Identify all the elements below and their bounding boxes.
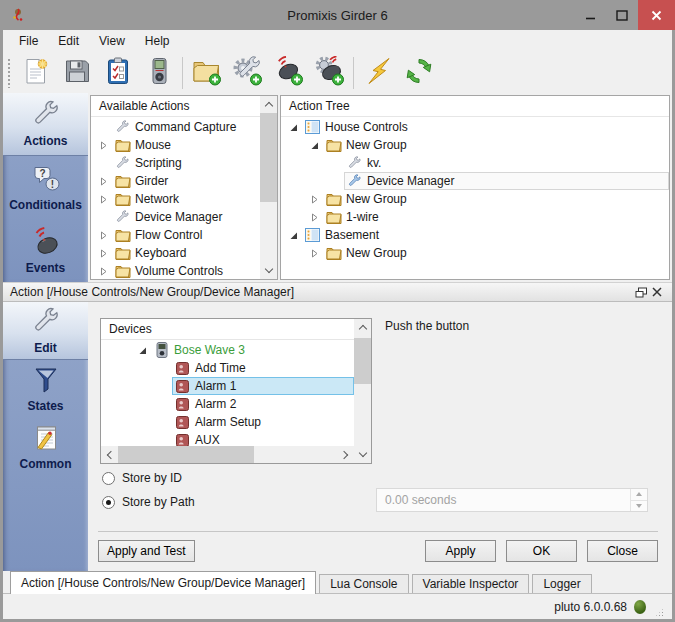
radio-circle-icon[interactable] [102, 496, 115, 509]
scroll-thumb[interactable] [260, 113, 277, 202]
scroll-up-icon[interactable] [260, 96, 277, 113]
resize-grip[interactable] [655, 608, 664, 617]
menu-help[interactable]: Help [135, 32, 180, 50]
tree-item-mouse[interactable]: Mouse [91, 136, 260, 154]
store-by-path-radio[interactable]: Store by Path [102, 495, 195, 509]
tree-item-new-group[interactable]: New Group [281, 190, 669, 208]
paste-actions-button[interactable] [97, 54, 138, 91]
tree-item-add-time[interactable]: Add Time [101, 359, 354, 377]
save-file-button[interactable] [56, 54, 97, 91]
expander-closed-icon[interactable] [306, 249, 323, 258]
tree-item-1-wire[interactable]: 1-wire [281, 208, 669, 226]
add-action-button[interactable] [227, 54, 268, 91]
nav-item-states[interactable]: States [3, 360, 88, 418]
scroll-left-icon[interactable] [101, 446, 118, 463]
scroll-thumb[interactable] [354, 338, 371, 384]
remote-device-button[interactable] [138, 54, 179, 91]
menu-file[interactable]: File [9, 32, 48, 50]
tree-item-alarm-2[interactable]: Alarm 2 [101, 395, 354, 413]
expander-open-icon[interactable] [285, 123, 302, 132]
menu-edit[interactable]: Edit [48, 32, 89, 50]
menu-view[interactable]: View [89, 32, 135, 50]
folder-icon [324, 210, 343, 224]
scroll-down-icon[interactable] [260, 262, 277, 279]
nav-item-common[interactable]: Common [3, 418, 88, 476]
tab-logger[interactable]: Logger [532, 574, 591, 593]
devices-vscrollbar[interactable] [354, 319, 371, 463]
maximize-button[interactable] [606, 0, 638, 30]
tree-item-keyboard[interactable]: Keyboard [91, 244, 260, 262]
spin-down-button[interactable] [631, 500, 647, 512]
add-event-button[interactable] [268, 54, 309, 91]
nav-item-events[interactable]: Events [3, 219, 88, 282]
tree-item-volume-controls[interactable]: Volume Controls [91, 262, 260, 279]
scroll-thumb[interactable] [118, 446, 254, 463]
expander-open-icon[interactable] [306, 141, 323, 150]
nav-item-conditionals[interactable]: ?!Conditionals [3, 156, 88, 219]
remote-device-icon [144, 56, 174, 89]
store-by-id-radio[interactable]: Store by ID [102, 471, 182, 485]
wrench-icon [345, 156, 364, 171]
add-folder-button[interactable] [186, 54, 227, 91]
toolbar-grip[interactable] [7, 58, 12, 88]
expander-open-icon[interactable] [134, 346, 151, 355]
tree-item-house-controls[interactable]: House Controls [281, 118, 669, 136]
refresh-icon [404, 56, 434, 89]
expander-closed-icon[interactable] [95, 249, 112, 258]
tree-item-label: Keyboard [132, 246, 189, 260]
tree-item-alarm-setup[interactable]: Alarm Setup [101, 413, 354, 431]
scroll-down-icon[interactable] [354, 446, 371, 463]
new-file-button[interactable] [15, 54, 56, 91]
expander-closed-icon[interactable] [95, 267, 112, 276]
tab-variable-inspector[interactable]: Variable Inspector [412, 574, 530, 593]
duration-spinner[interactable]: 0.00 seconds [376, 488, 648, 512]
tree-item-girder[interactable]: Girder [91, 172, 260, 190]
run-test-button[interactable] [357, 54, 398, 91]
close-button[interactable] [638, 0, 675, 30]
expander-closed-icon[interactable] [306, 213, 323, 222]
tree-item-flow-control[interactable]: Flow Control [91, 226, 260, 244]
apply-and-test-button[interactable]: Apply and Test [98, 540, 195, 562]
radio-circle-icon[interactable] [102, 472, 115, 485]
dock-close-icon [652, 287, 662, 297]
tree-item-scripting[interactable]: Scripting [91, 154, 260, 172]
tree-item-device-manager[interactable]: Device Manager [91, 208, 260, 226]
scroll-right-icon[interactable] [337, 446, 354, 463]
ok-button[interactable]: OK [506, 540, 577, 562]
tab-action[interactable]: Action [/House Controls/New Group/Device… [10, 571, 316, 594]
devices-hscrollbar[interactable] [101, 446, 354, 463]
apply-button[interactable]: Apply [425, 540, 496, 562]
expander-closed-icon[interactable] [95, 231, 112, 240]
add-action-event-button[interactable] [309, 54, 350, 91]
nav-item-edit[interactable]: Edit [3, 302, 88, 360]
float-panel-button[interactable] [633, 284, 649, 300]
expander-closed-icon[interactable] [306, 195, 323, 204]
expander-closed-icon[interactable] [95, 195, 112, 204]
command-icon [173, 434, 192, 447]
tree-item-new-group[interactable]: New Group [281, 136, 669, 154]
scroll-up-icon[interactable] [354, 319, 371, 336]
expander-closed-icon[interactable] [95, 177, 112, 186]
tree-item-new-group[interactable]: New Group [281, 244, 669, 262]
tab-lua-console[interactable]: Lua Console [319, 574, 408, 593]
spin-up-button[interactable] [631, 489, 647, 500]
tree-item-aux[interactable]: AUX [101, 431, 354, 446]
tree-item-device-manager[interactable]: Device Manager [281, 172, 669, 190]
tree-item-network[interactable]: Network [91, 190, 260, 208]
tree-item-label: 1-wire [343, 210, 382, 224]
close-dialog-button[interactable]: Close [587, 540, 658, 562]
tree-item-bose-wave-3[interactable]: Bose Wave 3 [101, 341, 354, 359]
tree-item-alarm-1[interactable]: Alarm 1 [101, 377, 354, 395]
dock-close-button[interactable] [649, 284, 665, 300]
nav-item-actions[interactable]: Actions [3, 93, 88, 156]
refresh-button[interactable] [398, 54, 439, 91]
tree-item-kv[interactable]: kv. [281, 154, 669, 172]
expander-closed-icon[interactable] [95, 141, 112, 150]
expander-open-icon[interactable] [285, 231, 302, 240]
wrench-icon [113, 120, 132, 135]
available-actions-scrollbar[interactable] [260, 96, 277, 279]
tree-item-basement[interactable]: Basement [281, 226, 669, 244]
tree-item-command-capture[interactable]: Command Capture [91, 118, 260, 136]
separator-line [98, 531, 658, 532]
minimize-button[interactable] [574, 0, 606, 30]
